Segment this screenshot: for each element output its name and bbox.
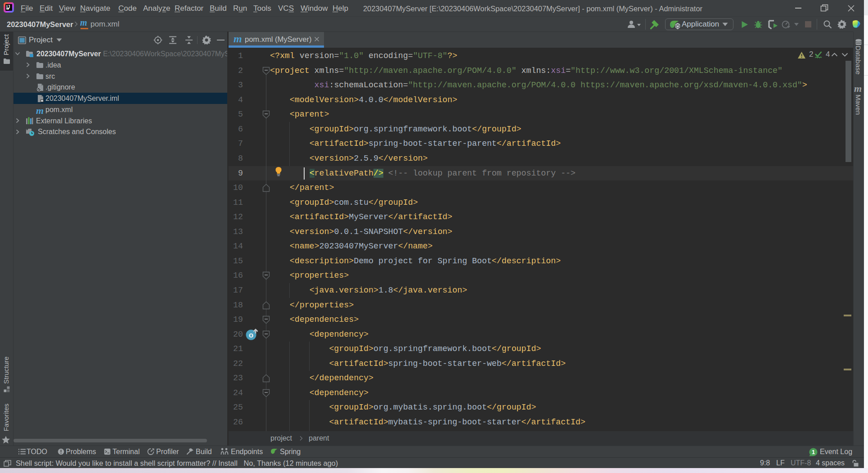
svg-text:1: 1 xyxy=(812,449,815,455)
svg-text:o: o xyxy=(249,331,253,339)
